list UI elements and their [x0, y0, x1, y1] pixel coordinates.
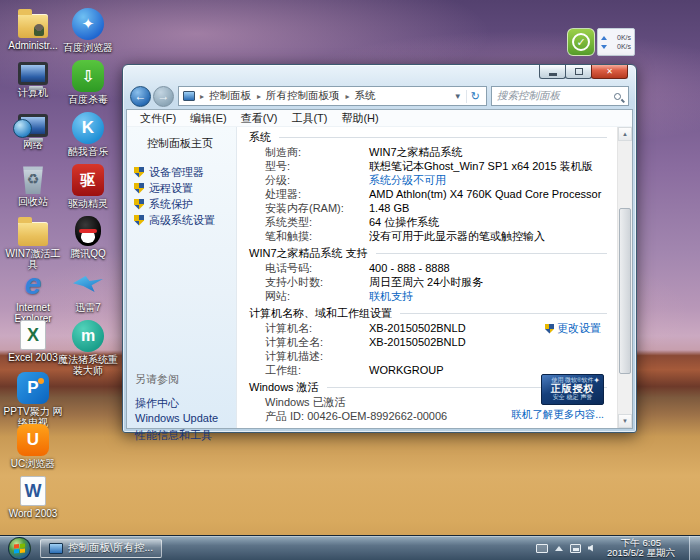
back-button[interactable]: ← — [130, 86, 151, 107]
address-bar-tools: ▼ ↻ — [450, 90, 484, 103]
icon-glyph: 驱 — [81, 171, 96, 190]
desktop-icon[interactable]: ✦ 百度浏览器 — [57, 8, 119, 60]
field-label: 制造商: — [265, 145, 369, 160]
desktop-icon[interactable]: 驱 驱动精灵 — [57, 164, 119, 216]
field-value: WORKGROUP — [369, 364, 444, 376]
menu-item[interactable]: 帮助(H) — [334, 111, 385, 126]
desktop-icon[interactable]: 网络 — [2, 112, 64, 164]
uac-shield-icon — [134, 183, 144, 194]
sidebar-task-link[interactable]: 设备管理器 — [127, 164, 236, 180]
desktop-icon[interactable]: ♻ 回收站 — [2, 164, 64, 216]
learn-more-online-link[interactable]: 联机了解更多内容... — [511, 408, 604, 422]
menu-item[interactable]: 文件(F) — [133, 111, 183, 126]
window-titlebar[interactable]: ✕ — [123, 65, 636, 83]
desktop-icon-image: W — [20, 476, 46, 506]
see-also-link[interactable]: 操作中心 — [135, 396, 236, 412]
field-label: 计算机名: — [265, 321, 369, 336]
desktop-icon[interactable]: 腾讯QQ — [57, 216, 119, 268]
field-label: 产品 ID: 00426-OEM-8992662-00006 — [265, 409, 447, 424]
menu-item[interactable]: 工具(T) — [284, 111, 334, 126]
sidebar-item-control-panel-home[interactable]: 控制面板主页 — [127, 136, 236, 151]
desktop-icon[interactable]: X Excel 2003 — [2, 320, 64, 372]
desktop-icon[interactable]: WIN7激活工具 — [2, 216, 64, 268]
info-row: 计算机名: XB-20150502BNLD 更改设置 — [237, 321, 617, 335]
sidebar-task-label: 远程设置 — [149, 181, 193, 196]
start-button[interactable] — [8, 537, 31, 560]
vertical-scrollbar[interactable]: ▲ ▼ — [617, 127, 632, 428]
info-row: 计算机描述: — [237, 349, 617, 363]
field-value: 64 位操作系统 — [369, 215, 439, 230]
info-row: 电话号码: 400 - 888 - 8888 — [237, 261, 617, 275]
show-hidden-icons-arrow[interactable] — [555, 546, 563, 551]
field-value[interactable]: 系统分级不可用 — [369, 173, 446, 188]
field-value: 没有可用于此显示器的笔或触控输入 — [369, 229, 545, 244]
desktop-icon-label: 魔法猪系统重装大师 — [57, 354, 119, 376]
info-row: 计算机全名: XB-20150502BNLD — [237, 335, 617, 349]
info-row: 支持小时数: 周日至周六 24小时服务 — [237, 275, 617, 289]
forward-button[interactable]: → — [153, 86, 174, 107]
sidebar-task-link[interactable]: 远程设置 — [127, 180, 236, 196]
change-settings-link[interactable]: 更改设置 — [545, 321, 601, 336]
refresh-icon[interactable]: ↻ — [466, 90, 484, 103]
breadcrumb-item[interactable]: 所有控制面板项 — [252, 89, 341, 103]
show-desktop-button[interactable] — [689, 536, 700, 560]
upload-arrow-icon — [601, 36, 607, 40]
menu-item[interactable]: 查看(V) — [234, 111, 285, 126]
icon-glyph: W — [25, 481, 42, 502]
net-speed-panel[interactable]: 0K/s 0K/s — [597, 28, 635, 56]
breadcrumb-item[interactable]: 系统 — [341, 89, 377, 103]
desktop-icon[interactable]: W Word 2003 — [2, 476, 64, 528]
input-method-icon[interactable] — [536, 544, 548, 553]
desktop-icon-label: 迅雷7 — [75, 302, 101, 313]
scrollbar-thumb[interactable] — [619, 208, 631, 374]
breadcrumb-item[interactable]: 控制面板 — [195, 89, 252, 103]
desktop-icon[interactable]: 计算机 — [2, 60, 64, 112]
desktop-icon[interactable]: ⇩ 百度杀毒 — [57, 60, 119, 112]
taskbar-button-control-panel[interactable]: 控制面板\所有控... — [40, 539, 162, 558]
desktop-icon-image — [18, 62, 48, 85]
sidebar-task-link[interactable]: 系统保护 — [127, 196, 236, 212]
scroll-up-arrow[interactable]: ▲ — [618, 127, 632, 141]
see-also-link[interactable]: Windows Update — [135, 412, 236, 428]
address-bar[interactable]: 控制面板所有控制面板项系统 ▼ ↻ — [178, 86, 487, 106]
desktop-icon[interactable]: K 酷我音乐 — [57, 112, 119, 164]
minimize-button[interactable] — [539, 65, 566, 79]
maximize-button[interactable] — [565, 65, 592, 79]
desktop-icon[interactable]: m 魔法猪系统重装大师 — [57, 320, 119, 372]
network-tray-icon[interactable] — [570, 544, 581, 553]
field-label: 分级: — [265, 173, 369, 188]
desktop-icon-image: ♻ — [20, 164, 46, 194]
field-value: 1.48 GB — [369, 202, 409, 214]
genuine-microsoft-badge[interactable]: 使用 微软®软件 正版授权 安全 稳定 声誉 ✦ — [541, 374, 604, 405]
info-row: 笔和触摸: 没有可用于此显示器的笔或触控输入 — [237, 229, 617, 243]
menu-item[interactable]: 编辑(E) — [183, 111, 234, 126]
desktop-icon-label: 百度浏览器 — [63, 42, 113, 53]
field-label: 系统类型: — [265, 215, 369, 230]
security-check-icon[interactable]: ✓ — [567, 28, 595, 56]
desktop-icon[interactable]: e Internet Explorer — [2, 268, 64, 320]
search-box[interactable]: 搜索控制面板 — [491, 86, 629, 106]
close-button[interactable]: ✕ — [591, 65, 628, 79]
address-dropdown-icon[interactable]: ▼ — [450, 92, 466, 101]
desktop-icon-image: K — [72, 112, 104, 144]
taskbar-clock[interactable]: 下午 6:05 2015/5/2 星期六 — [600, 538, 682, 559]
desktop-icon[interactable]: Administr... — [2, 8, 64, 60]
desktop-icon-label: 回收站 — [18, 196, 48, 207]
volume-tray-icon[interactable] — [588, 545, 593, 552]
see-also-link[interactable]: 性能信息和工具 — [135, 428, 236, 444]
download-speed: 0K/s — [617, 42, 631, 51]
field-label: Windows 已激活 — [265, 395, 369, 410]
sidebar-task-link[interactable]: 高级系统设置 — [127, 212, 236, 228]
info-row: 安装内存(RAM): 1.48 GB — [237, 201, 617, 215]
icon-glyph: P — [27, 378, 38, 398]
desktop-icon[interactable]: P PPTV聚力 网络电视 — [2, 372, 64, 424]
field-value[interactable]: 联机支持 — [369, 289, 413, 304]
field-value: 周日至周六 24小时服务 — [369, 275, 483, 290]
desktop-icon[interactable]: U UC浏览器 — [2, 424, 64, 476]
scroll-down-arrow[interactable]: ▼ — [618, 414, 632, 428]
sidebar: 控制面板主页 设备管理器 远程设置 — [127, 127, 237, 428]
section-divider — [279, 137, 607, 138]
desktop-icon[interactable]: 迅雷7 — [57, 268, 119, 320]
desktop-icon-image — [75, 216, 101, 246]
clock-date: 2015/5/2 星期六 — [607, 548, 675, 559]
